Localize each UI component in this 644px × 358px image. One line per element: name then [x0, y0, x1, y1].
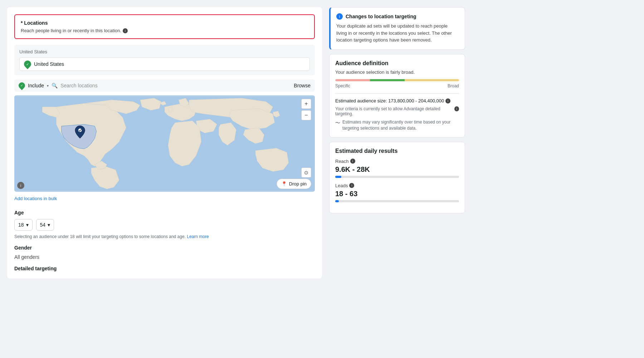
- reach-bar-fill: [335, 176, 341, 178]
- country-pin-icon: [23, 59, 33, 69]
- broad-label: Broad: [448, 83, 459, 88]
- leads-bar-fill: [335, 200, 339, 202]
- map-info-button[interactable]: i: [17, 182, 24, 189]
- age-from-value: 18: [18, 222, 24, 228]
- map-compass-button[interactable]: ⊙: [301, 168, 311, 178]
- leads-info-icon[interactable]: i: [349, 183, 354, 188]
- advantage-note: Your criteria is currently set to allow …: [335, 106, 459, 116]
- side-panel: i Changes to location targeting Your dup…: [329, 7, 465, 279]
- audience-definition-title: Audience definition: [335, 60, 459, 67]
- changes-header: i Changes to location targeting: [336, 13, 459, 20]
- learn-more-link[interactable]: Learn more: [187, 234, 209, 239]
- leads-label: Leads i: [335, 183, 459, 188]
- include-bar: Include ▾ 🔍 Search locations Browse: [14, 79, 315, 92]
- changes-title: Changes to location targeting: [346, 14, 416, 19]
- daily-results-card: Estimated daily results Reach i 9.6K - 2…: [329, 142, 465, 213]
- gender-section: Gender All genders: [14, 245, 315, 260]
- include-label: Include: [28, 83, 44, 88]
- audience-definition-subtitle: Your audience selection is fairly broad.: [335, 69, 459, 75]
- trend-icon: 〜: [335, 120, 340, 127]
- reach-info-icon[interactable]: i: [350, 159, 355, 164]
- leads-value: 18 - 63: [335, 190, 459, 198]
- drop-pin-icon: 📍: [281, 181, 287, 187]
- age-from-select[interactable]: 18 ▾: [14, 219, 33, 231]
- reach-bar-bg: [335, 176, 459, 178]
- map-svg: [14, 95, 315, 192]
- estimates-note: 〜 Estimates may vary significantly over …: [335, 119, 459, 131]
- locations-section: * Locations Reach people living in or re…: [14, 14, 315, 39]
- audience-range-labels: Specific Broad: [335, 83, 459, 88]
- age-label: Age: [14, 210, 315, 216]
- age-row: 18 ▾ 54 ▾: [14, 219, 315, 231]
- browse-button[interactable]: Browse: [294, 83, 311, 88]
- country-label: United States: [19, 49, 310, 54]
- age-section: Age 18 ▾ 54 ▾ Selecting an audience unde…: [14, 210, 315, 239]
- audience-size: Estimated audience size: 173,800,000 - 2…: [335, 98, 459, 104]
- age-note: Selecting an audience under 18 will limi…: [14, 234, 315, 239]
- compass-icon: ⊙: [304, 170, 308, 175]
- audience-bar-middle: [370, 79, 405, 81]
- audience-bar: [335, 79, 459, 81]
- search-locations-input[interactable]: Search locations: [60, 83, 291, 88]
- gender-value: All genders: [14, 254, 315, 260]
- locations-info-icon[interactable]: i: [123, 28, 128, 33]
- drop-pin-label: Drop pin: [289, 181, 307, 187]
- reach-label: Reach i: [335, 159, 459, 164]
- changes-card: i Changes to location targeting Your dup…: [329, 7, 465, 50]
- include-chevron-icon[interactable]: ▾: [47, 84, 49, 88]
- audience-bar-broad: [405, 79, 459, 81]
- gender-label: Gender: [14, 245, 315, 251]
- audience-size-info-icon[interactable]: i: [445, 98, 450, 103]
- search-icon: 🔍: [52, 83, 58, 88]
- country-area: United States United States: [14, 45, 315, 75]
- map-info-icon: i: [20, 183, 21, 188]
- detailed-targeting-label: Detailed targeting: [14, 266, 315, 271]
- advantage-info-icon[interactable]: i: [454, 106, 459, 111]
- drop-pin-button[interactable]: 📍 Drop pin: [277, 179, 311, 189]
- add-locations-bulk-link[interactable]: Add locations in bulk: [14, 196, 57, 201]
- zoom-in-icon: +: [304, 101, 308, 107]
- reach-value: 9.6K - 28K: [335, 165, 459, 174]
- include-pin-icon: [17, 81, 26, 90]
- changes-body: Your duplicate ad sets will be updated t…: [336, 23, 459, 44]
- age-from-chevron: ▾: [26, 222, 29, 228]
- locations-title: * Locations: [21, 20, 308, 26]
- changes-info-icon: i: [336, 13, 343, 20]
- age-to-value: 54: [40, 222, 46, 228]
- map-controls: + −: [301, 99, 311, 120]
- country-tag[interactable]: United States: [19, 57, 310, 71]
- map-zoom-in-button[interactable]: +: [301, 99, 311, 109]
- locations-subtitle: Reach people living in or recently in th…: [21, 28, 308, 33]
- zoom-out-icon: −: [304, 112, 308, 118]
- age-to-chevron: ▾: [48, 222, 50, 228]
- age-to-select[interactable]: 54 ▾: [36, 219, 54, 231]
- map-zoom-out-button[interactable]: −: [301, 110, 311, 120]
- detailed-targeting-section: Detailed targeting: [14, 266, 315, 271]
- leads-bar-bg: [335, 200, 459, 202]
- specific-label: Specific: [335, 83, 350, 88]
- audience-definition-card: Audience definition Your audience select…: [329, 54, 465, 137]
- audience-bar-specific: [335, 79, 370, 81]
- country-tag-text: United States: [34, 61, 64, 67]
- results-title: Estimated daily results: [335, 148, 459, 154]
- map-container[interactable]: + − ⊙ 📍 Drop pin i: [14, 95, 315, 192]
- divider-1: [335, 93, 459, 94]
